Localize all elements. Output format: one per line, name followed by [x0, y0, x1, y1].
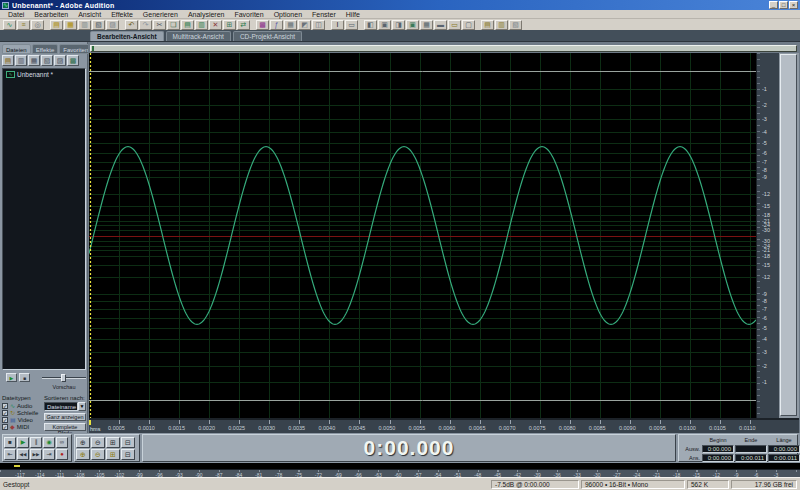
tab-multitrack-view[interactable]: Multitrack-Ansicht [166, 31, 231, 41]
cd-project-view-button[interactable]: ◎ [31, 20, 44, 30]
zoom-out-v-button[interactable]: ⊖ [91, 449, 105, 460]
new-file-button[interactable]: ▤ [50, 20, 63, 30]
loop-button[interactable]: ∞ [56, 437, 68, 448]
copy-button[interactable]: ❏ [167, 20, 180, 30]
redo-button[interactable]: ↷ [139, 20, 152, 30]
menu-bearbeiten[interactable]: Bearbeiten [29, 10, 73, 19]
delete-button[interactable]: ✕ [209, 20, 222, 30]
zoom-full-button[interactable]: ⊞ [106, 437, 120, 448]
insert-cd-button[interactable]: ▨ [54, 55, 66, 66]
pause-button[interactable]: ∥ [30, 437, 42, 448]
sort-dropdown[interactable]: Dateiname ▼ [44, 402, 86, 411]
edit-file-button[interactable]: ▦ [28, 55, 40, 66]
phase-analysis-button[interactable]: ◩ [298, 20, 311, 30]
menu-optionen[interactable]: Optionen [269, 10, 307, 19]
convert-type-button[interactable]: ⇄ [237, 20, 250, 30]
zoom-left-button[interactable]: ⊞ [106, 449, 120, 460]
multitrack-view-button[interactable]: ≡ [17, 20, 30, 30]
checkbox-video[interactable]: ✓ [2, 417, 8, 423]
filetype-schleife[interactable]: ✓↻Schleife [2, 409, 42, 416]
zoom-right-button[interactable]: ⊟ [121, 449, 135, 460]
show-transport-button[interactable]: ▣ [378, 20, 391, 30]
sort-value[interactable]: Dateiname [44, 402, 78, 411]
save-file-button[interactable]: ▧ [92, 20, 105, 30]
show-organizer-button[interactable]: ◧ [364, 20, 377, 30]
play-list-button[interactable]: ▥ [495, 20, 508, 30]
checkbox-audio[interactable]: ✓ [2, 403, 8, 409]
cue-list-button[interactable]: ▤ [481, 20, 494, 30]
script-button[interactable]: ▩ [256, 20, 269, 30]
checkbox-schleife[interactable]: ✓ [2, 410, 8, 416]
preview-stop-button[interactable]: ■ [19, 373, 30, 382]
selection-value[interactable]: 0:00.000 [768, 445, 800, 453]
menu-generieren[interactable]: Generieren [138, 10, 183, 19]
chevron-down-icon[interactable]: ▼ [78, 402, 86, 411]
show-levels-button[interactable]: ▬ [434, 20, 447, 30]
open-file-button[interactable]: ▦ [64, 20, 77, 30]
level-meter[interactable]: -117-114-111-108-105-102-99-96-93-90-87-… [0, 463, 800, 477]
options-button[interactable]: ▧ [509, 20, 522, 30]
save-as-button[interactable]: ▨ [106, 20, 119, 30]
paste-button[interactable]: ▤ [181, 20, 194, 30]
zoom-in-h-button[interactable]: ⊕ [76, 437, 90, 448]
menu-ansicht[interactable]: Ansicht [73, 10, 106, 19]
mix-paste-button[interactable]: ▥ [195, 20, 208, 30]
zoom-out-h-button[interactable]: ⊖ [91, 437, 105, 448]
selection-value[interactable] [735, 445, 767, 453]
level-meter-bar[interactable] [0, 463, 800, 470]
menu-hilfe[interactable]: Hilfe [341, 10, 365, 19]
maximize-button[interactable]: □ [779, 1, 788, 9]
insert-multitrack-button[interactable]: ▧ [41, 55, 53, 66]
import-file-button[interactable]: ▤ [2, 55, 14, 66]
menu-favoriten[interactable]: Favoriten [229, 10, 268, 19]
full-paths-button[interactable]: Komplette Pfade [44, 423, 86, 431]
checkbox-midi[interactable]: ✓ [2, 424, 8, 430]
show-time-button[interactable]: ▣ [406, 20, 419, 30]
preview-play-button[interactable]: ▶ [6, 373, 17, 382]
menu-fenster[interactable]: Fenster [307, 10, 341, 19]
selection-value[interactable]: 0:00.000 [702, 445, 734, 453]
fast-forward-button[interactable]: ▶▶ [30, 449, 42, 460]
filetype-audio[interactable]: ✓∿Audio [2, 402, 42, 409]
vertical-scroll-thumb[interactable] [780, 54, 797, 416]
overview-scroll-bar[interactable] [90, 45, 797, 52]
advanced-options-button[interactable]: ▩ [67, 55, 79, 66]
selection-value[interactable]: 0:00.011 [768, 454, 800, 462]
play-button[interactable]: ▶ [17, 437, 29, 448]
effects-rack-button[interactable]: ƒ [270, 20, 283, 30]
show-all-button[interactable]: Ganz anzeigen [44, 413, 86, 421]
statistics-button[interactable]: ◫ [312, 20, 325, 30]
zoom-in-v-button[interactable]: ⊕ [76, 449, 90, 460]
show-placekeeper-button[interactable]: ▢ [462, 20, 475, 30]
preview-volume-slider[interactable] [42, 374, 86, 382]
filetype-video[interactable]: ✓▤Video [2, 416, 42, 423]
record-button[interactable]: ● [56, 449, 68, 460]
tab-edit-view[interactable]: Bearbeiten-Ansicht [90, 31, 164, 41]
stop-button[interactable]: ■ [4, 437, 16, 448]
menu-analysieren[interactable]: Analysieren [183, 10, 230, 19]
show-status-button[interactable]: ▭ [448, 20, 461, 30]
go-to-start-button[interactable]: ⇤ [4, 449, 16, 460]
zoom-selection-button[interactable]: ⊟ [121, 437, 135, 448]
time-selection-tool-button[interactable]: I [331, 20, 344, 30]
selection-value[interactable]: 0:00.000 [702, 454, 734, 462]
waveform-display[interactable] [89, 53, 756, 418]
amplitude-ruler[interactable]: -1-1-2-2-3-3-4-4-5-5-6-6-7-7-8-8-9-9-12-… [756, 53, 779, 418]
minimize-button[interactable]: _ [769, 1, 778, 9]
menu-effekte[interactable]: Effekte [106, 10, 138, 19]
tab-cd-project-view[interactable]: CD-Projekt-Ansicht [233, 31, 302, 41]
frequency-analysis-button[interactable]: ▦ [284, 20, 297, 30]
selection-value[interactable]: 0:00.011 [735, 454, 767, 462]
open-append-button[interactable]: ▥ [78, 20, 91, 30]
vertical-scrollbar[interactable] [779, 53, 799, 418]
time-display[interactable]: 0:00.000 [364, 436, 455, 460]
menu-datei[interactable]: Datei [3, 10, 29, 19]
trim-button[interactable]: ⊞ [223, 20, 236, 30]
close-file-button[interactable]: ▥ [15, 55, 27, 66]
go-to-end-button[interactable]: ⇥ [43, 449, 55, 460]
edit-view-button[interactable]: ∿ [3, 20, 16, 30]
tab-effects[interactable]: Effekte [32, 44, 59, 54]
timeline-ruler[interactable]: hms 0.00050.00100.00150.00200.00250.0030… [89, 418, 756, 433]
play-looped-button[interactable]: ◉ [43, 437, 55, 448]
slider-thumb[interactable] [61, 374, 66, 382]
